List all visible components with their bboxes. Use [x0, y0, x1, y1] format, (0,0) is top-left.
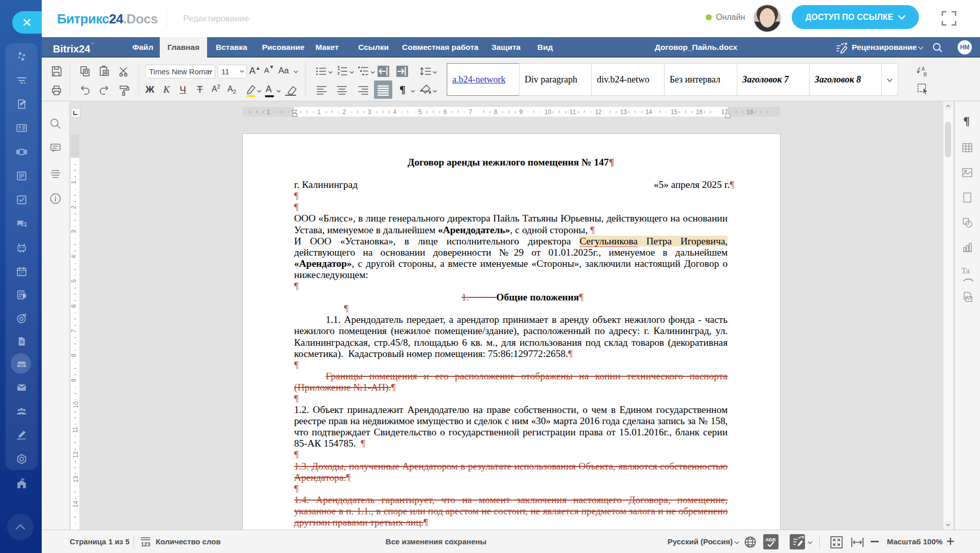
svg-text:B: B [924, 72, 927, 77]
svg-text:A: A [921, 66, 925, 72]
svg-text:123: 123 [141, 541, 150, 547]
svg-text:АБВ: АБВ [765, 537, 776, 542]
